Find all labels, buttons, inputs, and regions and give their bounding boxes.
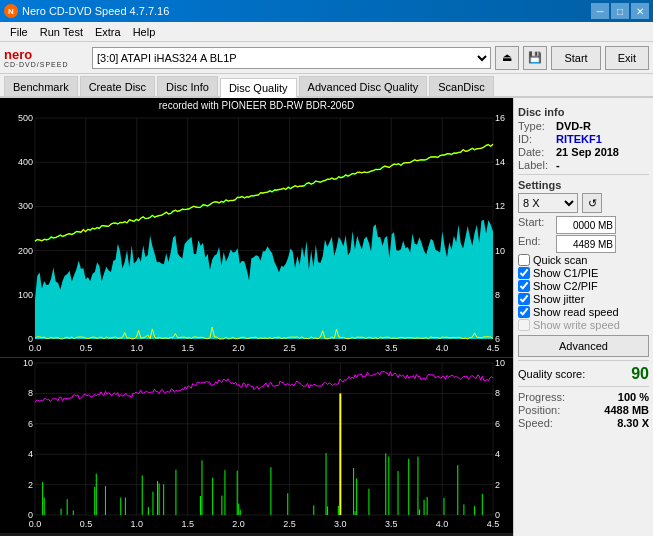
settings-title: Settings <box>518 179 649 191</box>
speed-select[interactable]: 8 X <box>518 193 578 213</box>
progress-value: 100 % <box>618 391 649 403</box>
show-write-speed-checkbox <box>518 319 530 331</box>
tab-create-disc[interactable]: Create Disc <box>80 76 155 96</box>
menu-file[interactable]: File <box>4 24 34 40</box>
position-row: Position: 4488 MB <box>518 404 649 416</box>
progress-label: Progress: <box>518 391 565 403</box>
quality-label: Quality score: <box>518 368 585 380</box>
quick-scan-label: Quick scan <box>533 254 587 266</box>
tab-scandisc[interactable]: ScanDisc <box>429 76 493 96</box>
show-write-speed-label: Show write speed <box>533 319 620 331</box>
refresh-button[interactable]: ↺ <box>582 193 602 213</box>
show-read-speed-label: Show read speed <box>533 306 619 318</box>
id-row: ID: RITEKF1 <box>518 133 649 145</box>
date-row: Date: 21 Sep 2018 <box>518 146 649 158</box>
show-jitter-label: Show jitter <box>533 293 584 305</box>
advanced-button[interactable]: Advanced <box>518 335 649 357</box>
date-label: Date: <box>518 146 554 158</box>
quick-scan-checkbox[interactable] <box>518 254 530 266</box>
charts-container <box>0 113 513 533</box>
c2-pif-row: Show C2/PIF <box>518 280 649 292</box>
start-mb-input[interactable] <box>556 216 616 234</box>
menu-extra[interactable]: Extra <box>89 24 127 40</box>
menu-bar: File Run Test Extra Help <box>0 22 653 42</box>
tab-bar: Benchmark Create Disc Disc Info Disc Qua… <box>0 74 653 98</box>
window-controls[interactable]: ─ □ ✕ <box>591 3 649 19</box>
close-button[interactable]: ✕ <box>631 3 649 19</box>
toolbar: nero CD·DVD/SPEED [3:0] ATAPI iHAS324 A … <box>0 42 653 74</box>
chart-bottom <box>0 358 513 533</box>
show-c2-pif-checkbox[interactable] <box>518 280 530 292</box>
menu-help[interactable]: Help <box>127 24 162 40</box>
c1-pie-row: Show C1/PIE <box>518 267 649 279</box>
show-c1-pie-checkbox[interactable] <box>518 267 530 279</box>
top-chart-canvas <box>0 113 513 357</box>
disc-info-title: Disc info <box>518 106 649 118</box>
eject-button[interactable]: ⏏ <box>495 46 519 70</box>
type-row: Type: DVD-R <box>518 120 649 132</box>
tab-advanced-disc-quality[interactable]: Advanced Disc Quality <box>299 76 428 96</box>
save-button[interactable]: 💾 <box>523 46 547 70</box>
show-c2-pif-label: Show C2/PIF <box>533 280 598 292</box>
type-label: Type: <box>518 120 554 132</box>
maximize-button[interactable]: □ <box>611 3 629 19</box>
disc-label-value: - <box>556 159 560 171</box>
exit-button[interactable]: Exit <box>605 46 649 70</box>
divider2 <box>518 360 649 361</box>
quality-value: 90 <box>631 365 649 383</box>
progress-row: Progress: 100 % <box>518 391 649 403</box>
end-mb-label: End: <box>518 235 554 253</box>
disc-label-row: Label: - <box>518 159 649 171</box>
speed-value: 8.30 X <box>617 417 649 429</box>
read-speed-row: Show read speed <box>518 306 649 318</box>
chart-title: recorded with PIONEER BD-RW BDR-206D <box>0 98 513 113</box>
id-value: RITEKF1 <box>556 133 602 145</box>
position-value: 4488 MB <box>604 404 649 416</box>
type-value: DVD-R <box>556 120 591 132</box>
quick-scan-row: Quick scan <box>518 254 649 266</box>
quality-row: Quality score: 90 <box>518 365 649 383</box>
jitter-row: Show jitter <box>518 293 649 305</box>
disc-label-label: Label: <box>518 159 554 171</box>
id-label: ID: <box>518 133 554 145</box>
show-jitter-checkbox[interactable] <box>518 293 530 305</box>
end-mb-row: End: <box>518 235 649 253</box>
right-panel: Disc info Type: DVD-R ID: RITEKF1 Date: … <box>513 98 653 536</box>
tab-disc-quality[interactable]: Disc Quality <box>220 78 297 98</box>
tab-benchmark[interactable]: Benchmark <box>4 76 78 96</box>
date-value: 21 Sep 2018 <box>556 146 619 158</box>
progress-section: Progress: 100 % Position: 4488 MB Speed:… <box>518 391 649 429</box>
start-button[interactable]: Start <box>551 46 600 70</box>
show-read-speed-checkbox[interactable] <box>518 306 530 318</box>
minimize-button[interactable]: ─ <box>591 3 609 19</box>
tab-disc-info[interactable]: Disc Info <box>157 76 218 96</box>
title-bar-left: N Nero CD-DVD Speed 4.7.7.16 <box>4 4 169 18</box>
main-content: recorded with PIONEER BD-RW BDR-206D PI … <box>0 98 653 536</box>
divider3 <box>518 386 649 387</box>
write-speed-row: Show write speed <box>518 319 649 331</box>
nero-logo: nero CD·DVD/SPEED <box>4 45 84 71</box>
chart-area: recorded with PIONEER BD-RW BDR-206D PI … <box>0 98 513 536</box>
start-mb-label: Start: <box>518 216 554 234</box>
divider1 <box>518 174 649 175</box>
start-mb-row: Start: <box>518 216 649 234</box>
title-bar: N Nero CD-DVD Speed 4.7.7.16 ─ □ ✕ <box>0 0 653 22</box>
app-icon: N <box>4 4 18 18</box>
app-title: Nero CD-DVD Speed 4.7.7.16 <box>22 5 169 17</box>
position-label: Position: <box>518 404 560 416</box>
end-mb-input[interactable] <box>556 235 616 253</box>
show-c1-pie-label: Show C1/PIE <box>533 267 598 279</box>
menu-run-test[interactable]: Run Test <box>34 24 89 40</box>
speed-row-progress: Speed: 8.30 X <box>518 417 649 429</box>
speed-row: 8 X ↺ <box>518 193 649 213</box>
chart-top <box>0 113 513 358</box>
drive-select[interactable]: [3:0] ATAPI iHAS324 A BL1P <box>92 47 491 69</box>
bottom-chart-canvas <box>0 358 513 533</box>
speed-label: Speed: <box>518 417 553 429</box>
